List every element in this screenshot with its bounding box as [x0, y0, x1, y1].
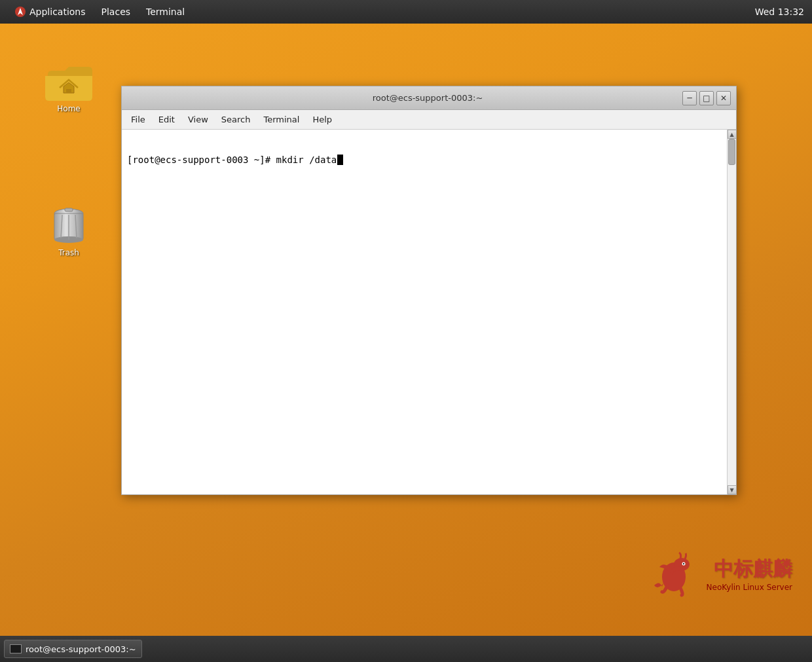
minimize-button[interactable]: ─: [682, 91, 697, 105]
branding-text: 中标麒麟 NeoKylin Linux Server: [707, 556, 792, 592]
branding-sub-text: NeoKylin Linux Server: [707, 583, 792, 592]
taskbar-bottom: root@ecs-support-0003:~: [0, 636, 812, 662]
taskbar-top: Applications Places Terminal Wed 13:32: [0, 0, 812, 24]
trash-label: Trash: [56, 248, 81, 258]
trash-svg: [49, 200, 88, 246]
svg-rect-8: [65, 208, 73, 211]
places-menu[interactable]: Places: [95, 4, 138, 20]
taskbar-left-menu: Applications Places Terminal: [8, 3, 191, 20]
kylin-icon: [14, 6, 26, 18]
svg-rect-1: [66, 89, 71, 93]
scrollbar-thumb[interactable]: [728, 139, 735, 165]
terminal-text-area[interactable]: [root@ecs-support-0003 ~]# mkdir /data: [122, 130, 727, 494]
terminal-menu[interactable]: Terminal: [139, 4, 191, 20]
clock: Wed 13:32: [755, 7, 804, 17]
taskbar-window-item[interactable]: root@ecs-support-0003:~: [4, 640, 142, 658]
menu-help[interactable]: Help: [306, 113, 339, 126]
svg-point-12: [682, 563, 684, 564]
menu-edit[interactable]: Edit: [152, 113, 181, 126]
terminal-menubar: File Edit View Search Terminal Help: [122, 110, 736, 130]
window-title: root@ecs-support-0003:~: [173, 93, 682, 103]
menu-view[interactable]: View: [181, 113, 215, 126]
prompt: [root@ecs-support-0003 ~]#: [127, 155, 276, 165]
scrollbar[interactable]: ▲ ▼: [727, 130, 736, 494]
scroll-up-button[interactable]: ▲: [728, 130, 737, 139]
scroll-down-button[interactable]: ▼: [728, 485, 737, 494]
taskbar-window-icon: [10, 644, 22, 653]
command-line: [root@ecs-support-0003 ~]# mkdir /data: [127, 155, 722, 165]
close-button[interactable]: ✕: [716, 91, 731, 105]
terminal-window: root@ecs-support-0003:~ ─ □ ✕ File Edit: [121, 86, 737, 495]
branding: 中标麒麟 NeoKylin Linux Server: [648, 547, 792, 600]
dragon-logo: [648, 547, 700, 600]
desktop: Home Trash: [0, 24, 812, 636]
title-bar: root@ecs-support-0003:~ ─ □ ✕: [122, 86, 736, 110]
cursor: [337, 155, 343, 165]
branding-main-text: 中标麒麟: [707, 556, 792, 583]
folder-svg: [45, 63, 92, 102]
maximize-button[interactable]: □: [699, 91, 714, 105]
scrollbar-track[interactable]: [728, 139, 736, 485]
command-text: mkdir /data: [276, 155, 337, 165]
menu-search[interactable]: Search: [215, 113, 257, 126]
applications-menu[interactable]: Applications: [8, 3, 92, 20]
menu-terminal[interactable]: Terminal: [257, 113, 306, 126]
trash-icon[interactable]: Trash: [39, 200, 98, 258]
title-controls: ─ □ ✕: [682, 91, 731, 105]
home-folder-icon[interactable]: Home: [39, 63, 98, 114]
menu-file[interactable]: File: [124, 113, 152, 126]
home-label: Home: [55, 103, 82, 114]
terminal-content[interactable]: [root@ecs-support-0003 ~]# mkdir /data ▲…: [122, 130, 736, 494]
